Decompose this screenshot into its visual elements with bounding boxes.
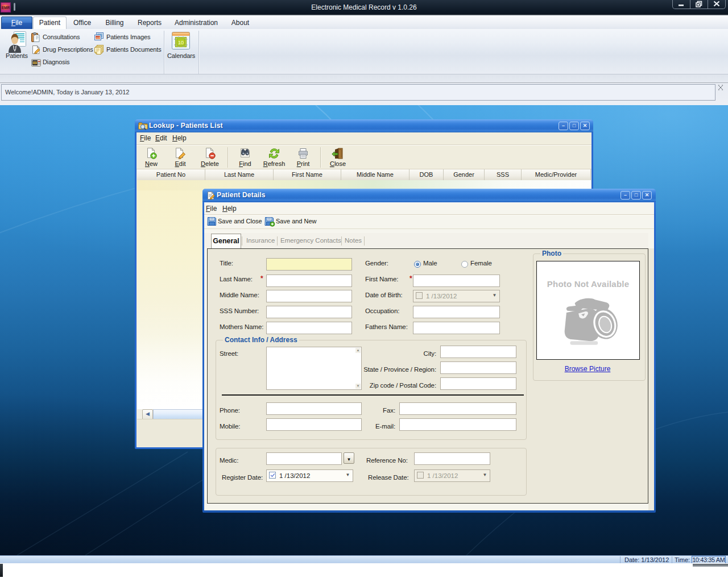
svg-text:10: 10 [178, 40, 184, 45]
svg-text:EMR: EMR [2, 6, 10, 10]
